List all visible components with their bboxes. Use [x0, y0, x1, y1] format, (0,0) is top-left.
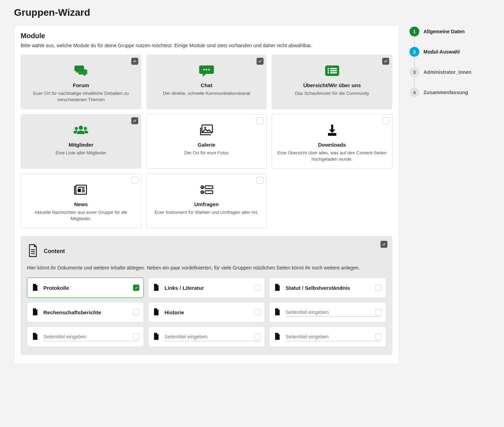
module-check-chat: [257, 58, 264, 65]
module-card-members: MitgliederEine Liste aller Mitglieder: [21, 114, 141, 169]
content-page-label: Protokolle: [43, 285, 69, 291]
content-page-card[interactable]: Historie: [148, 302, 265, 322]
document-icon: [274, 332, 281, 341]
content-page-title-input[interactable]: [43, 332, 139, 341]
speech-icon: [152, 63, 262, 79]
module-desc: Das Schaufenster für die Community: [277, 90, 387, 97]
content-page-check[interactable]: [375, 285, 382, 291]
module-title: Umfragen: [152, 201, 262, 207]
content-page-check[interactable]: [254, 285, 260, 291]
section-desc: Bitte wähle aus, welche Module du für de…: [21, 43, 392, 48]
svg-rect-26: [205, 191, 213, 194]
content-page-title-input[interactable]: [286, 332, 381, 341]
module-card-news[interactable]: NewsAktuelle Nachrichten aus eurer Grupp…: [21, 174, 141, 228]
svg-rect-8: [330, 70, 337, 71]
step-number-icon: 4: [410, 88, 419, 97]
content-title: Content: [44, 248, 65, 254]
step-label: Zusammenfassung: [424, 90, 468, 95]
wizard-step-4[interactable]: 4Zusammenfassung: [410, 88, 490, 97]
document-icon: [274, 284, 281, 292]
module-card-surveys[interactable]: UmfragenEuer Instrument für Wahlen und U…: [146, 174, 267, 228]
module-check-surveys[interactable]: [257, 177, 264, 184]
module-title: Chat: [152, 82, 262, 88]
svg-rect-7: [330, 68, 337, 69]
step-label: Allgemeine Daten: [424, 29, 464, 34]
svg-rect-25: [205, 186, 213, 189]
content-page-card[interactable]: Rechenschaftsberichte: [27, 302, 144, 322]
module-check-members: [131, 117, 138, 124]
content-locked-check-icon: [380, 241, 387, 248]
document-icon: [32, 332, 38, 341]
svg-point-0: [203, 69, 205, 71]
svg-point-10: [79, 126, 83, 130]
wizard-steps: 1Allgemeine Daten2Modul-Auswahl3Administ…: [410, 25, 490, 97]
svg-rect-16: [328, 133, 336, 134]
content-page-card[interactable]: Statut / Selbstverständnis: [269, 278, 386, 298]
module-card-downloads[interactable]: DownloadsEine Übersicht über alles, was …: [272, 114, 392, 169]
step-number-icon: 3: [410, 67, 419, 77]
content-page-card[interactable]: [148, 327, 265, 347]
svg-point-14: [204, 127, 206, 129]
content-page-check[interactable]: [133, 309, 139, 315]
module-desc: Der direkte, schnelle Kommunikationskana…: [152, 90, 262, 97]
svg-point-5: [327, 70, 329, 71]
module-card-about: Übersicht/Wir über unsDas Schaufenster f…: [272, 55, 392, 109]
step-number-icon: 1: [410, 27, 419, 36]
svg-point-12: [84, 127, 87, 130]
content-page-label: Statut / Selbstverständnis: [286, 285, 350, 291]
document-icon: [153, 284, 160, 292]
step-label: Administrator_innen: [424, 69, 471, 75]
content-page-card[interactable]: [269, 302, 386, 322]
svg-rect-15: [328, 134, 336, 136]
content-page-title-input[interactable]: [164, 332, 260, 341]
module-title: Mitglieder: [26, 142, 136, 148]
section-title: Module: [21, 32, 392, 40]
document-icon: [153, 308, 160, 317]
svg-point-1: [206, 69, 208, 71]
module-title: Übersicht/Wir über uns: [277, 82, 387, 88]
module-check-news[interactable]: [131, 177, 138, 184]
module-title: News: [26, 201, 136, 207]
module-title: Galerie: [152, 142, 262, 148]
download-icon: [277, 122, 387, 138]
content-grid: ProtokolleLinks / LiteraturStatut / Selb…: [27, 278, 386, 347]
content-page-card[interactable]: [269, 327, 386, 347]
module-desc: Eine Liste aller Mitglieder: [26, 150, 136, 156]
module-desc: Der Ort für eure Fotos: [152, 150, 262, 156]
module-check-gallery[interactable]: [257, 117, 264, 124]
module-check-forum: [131, 58, 138, 65]
wizard-step-3[interactable]: 3Administrator_innen: [410, 67, 490, 88]
document-icon: [32, 284, 38, 292]
svg-point-4: [327, 68, 329, 69]
chat-bubbles-icon: [26, 63, 136, 79]
document-icon: [32, 308, 38, 317]
svg-point-6: [327, 72, 329, 74]
content-page-card[interactable]: Protokolle: [27, 278, 144, 298]
content-page-card[interactable]: [27, 327, 144, 347]
module-card-gallery[interactable]: GalerieDer Ort für eure Fotos: [146, 114, 267, 169]
module-desc: Eine Übersicht über alles, was auf den C…: [277, 150, 387, 162]
wizard-step-2[interactable]: 2Modul-Auswahl: [410, 47, 490, 67]
step-number-icon: 2: [410, 47, 419, 57]
document-icon: [153, 332, 160, 341]
module-desc: Euer Instrument für Wahlen und Umfragen …: [152, 209, 262, 216]
wizard-step-1[interactable]: 1Allgemeine Daten: [410, 27, 490, 47]
module-check-downloads[interactable]: [382, 117, 389, 124]
content-page-card[interactable]: Links / Literatur: [148, 278, 265, 298]
module-card-chat: ChatDer direkte, schnelle Kommunikations…: [146, 55, 267, 109]
content-page-check[interactable]: [375, 309, 382, 315]
module-title: Downloads: [277, 142, 387, 148]
modules-grid: ForumEuer Ort für nachhaltige inhaltlich…: [21, 55, 392, 228]
content-page-check[interactable]: [254, 309, 260, 315]
content-page-check[interactable]: [375, 334, 382, 340]
content-page-check[interactable]: [254, 334, 260, 340]
svg-point-2: [208, 69, 210, 71]
module-check-about: [382, 58, 389, 65]
content-page-check[interactable]: [133, 285, 139, 291]
module-card-forum: ForumEuer Ort für nachhaltige inhaltlich…: [21, 55, 141, 109]
content-page-title-input[interactable]: [286, 308, 381, 317]
content-page-label: Links / Literatur: [164, 285, 204, 291]
module-title: Forum: [26, 82, 136, 88]
content-desc: Hier könnt ihr Dokumente und weitere Inh…: [27, 265, 386, 271]
content-page-check[interactable]: [133, 334, 139, 340]
